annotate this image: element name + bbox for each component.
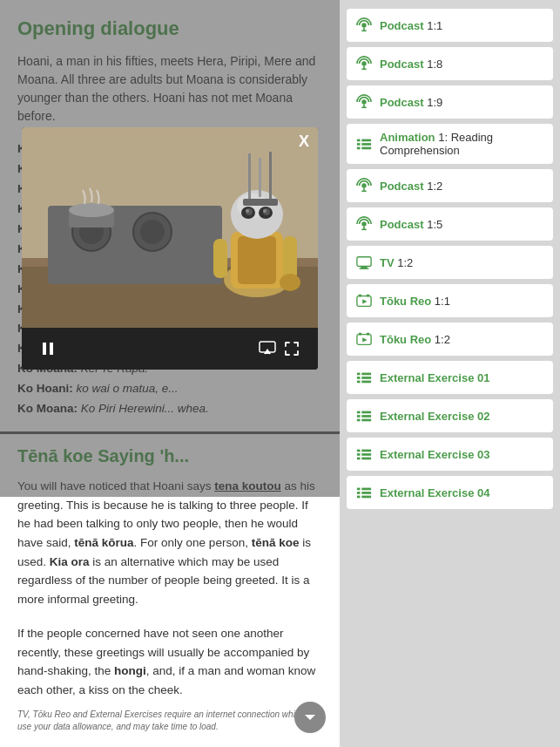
external-icon bbox=[355, 445, 373, 463]
svg-rect-26 bbox=[248, 153, 251, 201]
media-item-9[interactable]: External Exercise 01 bbox=[347, 361, 553, 394]
media-label-9: External Exercise 01 bbox=[380, 371, 489, 384]
airplay-button[interactable] bbox=[255, 336, 280, 361]
video-close-button[interactable]: X bbox=[299, 132, 309, 151]
svg-rect-63 bbox=[357, 373, 361, 376]
right-panel: Podcast 1:1 Podcast 1:8 Podcast 1:9 bbox=[340, 0, 560, 747]
svg-rect-46 bbox=[357, 147, 361, 150]
svg-point-51 bbox=[361, 221, 366, 226]
footer-note: TV, Tōku Reo and External Exercises requ… bbox=[17, 709, 322, 733]
podcast-icon bbox=[355, 55, 373, 72]
media-label-6: TV 1:2 bbox=[380, 256, 413, 269]
media-label-4: Podcast 1:2 bbox=[380, 180, 442, 193]
svg-rect-54 bbox=[357, 257, 371, 267]
svg-rect-59 bbox=[367, 295, 370, 297]
svg-rect-83 bbox=[357, 492, 361, 494]
svg-rect-86 bbox=[361, 496, 371, 499]
svg-rect-78 bbox=[361, 453, 371, 456]
svg-point-36 bbox=[361, 61, 366, 65]
svg-rect-42 bbox=[357, 139, 361, 142]
svg-rect-27 bbox=[259, 158, 261, 197]
svg-point-22 bbox=[263, 209, 267, 213]
fullscreen-button[interactable] bbox=[280, 336, 304, 361]
svg-rect-82 bbox=[361, 488, 371, 491]
play-pause-button[interactable] bbox=[36, 336, 60, 361]
media-label-12: External Exercise 04 bbox=[380, 486, 489, 499]
media-item-12[interactable]: External Exercise 04 bbox=[347, 476, 553, 509]
media-item-3[interactable]: Animation 1: Reading Comprehension bbox=[347, 124, 553, 164]
media-item-7[interactable]: Tōku Reo 1:1 bbox=[347, 284, 553, 317]
svg-rect-43 bbox=[361, 139, 371, 142]
svg-rect-65 bbox=[357, 377, 361, 379]
svg-point-33 bbox=[361, 23, 366, 27]
svg-point-25 bbox=[280, 274, 300, 291]
media-item-6[interactable]: TV 1:2 bbox=[347, 246, 553, 279]
svg-rect-23 bbox=[283, 236, 297, 280]
media-item-5[interactable]: Podcast 1:5 bbox=[347, 207, 553, 241]
video-modal: X bbox=[22, 127, 318, 370]
external-icon bbox=[355, 407, 373, 424]
svg-rect-44 bbox=[357, 143, 361, 146]
svg-rect-79 bbox=[357, 458, 361, 460]
svg-rect-67 bbox=[357, 381, 361, 384]
media-item-8[interactable]: Tōku Reo 1:2 bbox=[347, 323, 553, 356]
media-item-2[interactable]: Podcast 1:9 bbox=[347, 85, 553, 119]
external-icon bbox=[355, 484, 373, 501]
svg-rect-76 bbox=[361, 450, 371, 452]
podcast-icon bbox=[355, 17, 373, 34]
svg-rect-58 bbox=[359, 295, 362, 297]
svg-rect-62 bbox=[367, 333, 370, 336]
podcast-icon bbox=[355, 177, 373, 194]
svg-point-39 bbox=[361, 99, 366, 104]
podcast-icon bbox=[355, 215, 373, 233]
media-label-5: Podcast 1:5 bbox=[380, 218, 442, 231]
svg-point-7 bbox=[140, 220, 165, 244]
svg-rect-66 bbox=[361, 377, 371, 379]
toku-icon bbox=[355, 292, 373, 309]
left-panel: Opening dialogue Hoani, a man in his fif… bbox=[0, 0, 340, 747]
media-label-0: Podcast 1:1 bbox=[380, 19, 442, 32]
svg-rect-74 bbox=[361, 419, 371, 422]
media-item-11[interactable]: External Exercise 03 bbox=[347, 438, 553, 471]
external-icon bbox=[355, 369, 373, 386]
svg-rect-13 bbox=[238, 236, 276, 284]
toku-icon bbox=[355, 330, 373, 348]
media-item-0[interactable]: Podcast 1:1 bbox=[347, 9, 553, 42]
media-label-3: Animation 1: Reading Comprehension bbox=[380, 131, 544, 157]
svg-point-10 bbox=[69, 203, 114, 217]
svg-rect-81 bbox=[357, 488, 361, 491]
section2-body2: If the people concerned have not seen on… bbox=[17, 624, 322, 699]
svg-rect-71 bbox=[357, 415, 361, 418]
media-item-4[interactable]: Podcast 1:2 bbox=[347, 169, 553, 202]
svg-rect-80 bbox=[361, 458, 371, 460]
media-label-11: External Exercise 03 bbox=[380, 448, 489, 461]
scroll-down-button[interactable] bbox=[294, 702, 326, 733]
svg-rect-77 bbox=[357, 453, 361, 456]
svg-rect-47 bbox=[361, 147, 371, 150]
svg-rect-61 bbox=[359, 333, 362, 336]
svg-rect-84 bbox=[361, 492, 371, 494]
video-overlay: X bbox=[0, 0, 340, 497]
media-label-2: Podcast 1:9 bbox=[380, 96, 442, 109]
svg-rect-70 bbox=[361, 411, 371, 414]
svg-point-21 bbox=[246, 209, 249, 213]
svg-rect-72 bbox=[361, 415, 371, 418]
media-label-7: Tōku Reo 1:1 bbox=[380, 295, 450, 308]
svg-rect-85 bbox=[357, 496, 361, 499]
tv-icon bbox=[355, 254, 373, 271]
svg-rect-64 bbox=[361, 373, 371, 376]
svg-rect-31 bbox=[50, 343, 53, 355]
svg-rect-29 bbox=[243, 199, 278, 206]
svg-point-48 bbox=[361, 183, 366, 187]
media-label-10: External Exercise 02 bbox=[380, 410, 489, 423]
svg-rect-45 bbox=[361, 143, 371, 146]
svg-rect-75 bbox=[357, 450, 361, 452]
svg-rect-69 bbox=[357, 411, 361, 414]
video-frame bbox=[22, 127, 318, 328]
svg-rect-24 bbox=[213, 239, 227, 278]
video-controls bbox=[22, 328, 318, 370]
media-item-1[interactable]: Podcast 1:8 bbox=[347, 47, 553, 80]
media-label-8: Tōku Reo 1:2 bbox=[380, 333, 450, 346]
svg-rect-30 bbox=[43, 343, 46, 355]
media-item-10[interactable]: External Exercise 02 bbox=[347, 399, 553, 432]
